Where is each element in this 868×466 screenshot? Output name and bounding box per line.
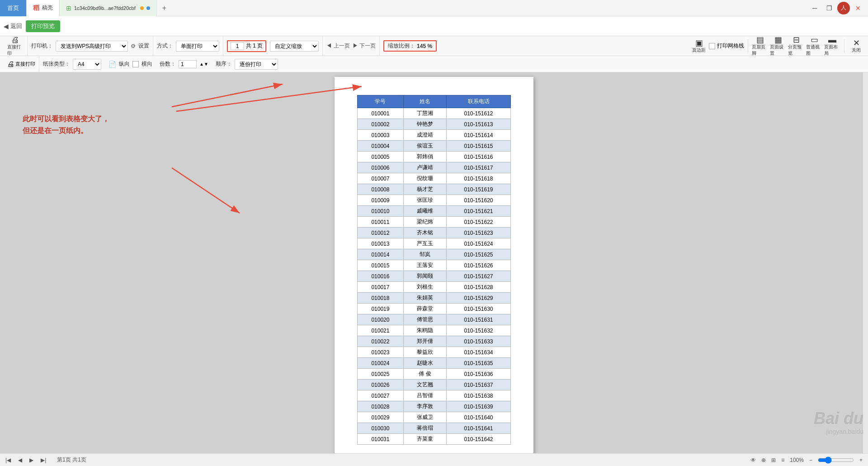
table-cell: 卢谦靖	[403, 162, 446, 173]
landscape-checkbox[interactable]	[132, 61, 139, 67]
tab-wps[interactable]: 稻 稿壳	[26, 0, 60, 16]
paper-select[interactable]: A4	[73, 59, 101, 70]
table-cell: 010-151637	[447, 380, 511, 390]
next-page-button[interactable]: ▶ 下一页	[353, 42, 376, 50]
normal-view-button[interactable]: ▭ 普通视图	[806, 38, 822, 54]
table-cell: 张威卫	[403, 412, 446, 423]
zoom-preset-select[interactable]: 自定义缩放	[270, 41, 319, 52]
zoom-in-icon[interactable]: ⊕	[761, 457, 766, 463]
close-button[interactable]: ✕ 关闭	[848, 38, 864, 54]
page-total-label: 共 1 页	[246, 42, 263, 50]
table-cell: 010024	[358, 358, 404, 369]
copies-input[interactable]	[179, 60, 197, 68]
table-cell: 杨才芝	[403, 184, 446, 195]
table-cell: 010008	[358, 184, 404, 195]
zoom-slider[interactable]	[818, 456, 854, 464]
table-cell: 010-151623	[447, 228, 511, 238]
page-number-input[interactable]	[231, 42, 244, 50]
page-setup-button[interactable]: ▦ 页面设置	[770, 38, 786, 54]
view-list-icon[interactable]: ≡	[781, 457, 784, 463]
close-button[interactable]: ✕	[852, 2, 864, 14]
table-cell: 010020	[358, 314, 404, 325]
order-group: 顺序： 逐份打印	[212, 59, 282, 70]
tab-home[interactable]: 首页	[0, 0, 26, 16]
copies-stepper[interactable]: ▲▼	[199, 62, 208, 67]
view-grid-icon[interactable]: ⊞	[771, 457, 776, 463]
annotation-line2: 但还是在一页纸内。	[23, 125, 109, 137]
table-cell: 010010	[358, 206, 404, 217]
close-icon: ✕	[853, 39, 860, 47]
title-bar-right: ─ ❐ 人 ✕	[808, 2, 868, 14]
toolbar-main: ◀ 返回 打印预览	[0, 16, 868, 36]
page-break-button[interactable]: ⊟ 分页预览	[788, 38, 804, 54]
table-cell: 010006	[358, 162, 404, 173]
tab-add[interactable]: +	[157, 0, 172, 16]
print-grid-checkbox[interactable]	[709, 43, 715, 49]
minimize-button[interactable]: ─	[808, 2, 821, 14]
page-nav-next[interactable]: ▶	[29, 457, 33, 463]
prev-page-button[interactable]: ◀ 上一页	[326, 42, 349, 50]
table-cell: 010019	[358, 304, 404, 314]
table-cell: 010031	[358, 434, 404, 445]
svg-line-2	[176, 86, 362, 111]
avatar[interactable]: 人	[837, 2, 850, 14]
direct-print-label: 直接打印	[7, 44, 24, 57]
page-number-box: 共 1 页	[227, 40, 266, 52]
table-cell: 齐菜童	[403, 434, 446, 445]
zoom-out-icon[interactable]: −	[809, 457, 812, 463]
printer-icon: 🖨	[11, 36, 19, 44]
table-cell: 戚曦维	[403, 206, 446, 217]
table-cell: 010-151627	[447, 271, 511, 282]
print-grid-group: 打印网格线	[709, 42, 744, 50]
table-cell: 齐木铭	[403, 228, 446, 238]
table-row: 010002钟艳梦010-151613	[358, 119, 511, 130]
mode-select[interactable]: 单面打印	[176, 41, 219, 52]
page-setup-icon: ▦	[774, 36, 782, 44]
table-cell: 010-151617	[447, 162, 511, 173]
direct-print-button[interactable]: 🖨 直接打印	[7, 38, 24, 54]
table-cell: 010-151622	[447, 217, 511, 228]
table-row: 010014邹岚010-151625	[358, 249, 511, 260]
back-button[interactable]: ◀ 返回	[4, 22, 22, 30]
table-row: 010012齐木铭010-151623	[358, 228, 511, 238]
watermark-jingyan: jingyan.baidu	[814, 428, 863, 435]
page-nav-first[interactable]: |◀	[5, 457, 11, 463]
margin-label: 页边距	[692, 47, 706, 53]
table-cell: 傅管思	[403, 314, 446, 325]
table-cell: 010-151614	[447, 130, 511, 141]
table-cell: 010014	[358, 249, 404, 260]
table-body: 010001丁慧湘010-151612010002钟艳梦010-15161301…	[358, 108, 511, 445]
order-select[interactable]: 逐份打印	[235, 59, 278, 70]
table-cell: 010007	[358, 173, 404, 184]
table-row: 010004侯谊玉010-151615	[358, 141, 511, 152]
table-cell: 张匡珍	[403, 195, 446, 206]
print-toolbar-bottom: 🖨 直接打印 纸张类型： A4 📄 纵向 横向 份数： ▲▼ 顺序： 逐份打印	[0, 56, 868, 72]
print-preview-button[interactable]: 打印预览	[26, 20, 60, 32]
table-cell: 朱娟英	[403, 293, 446, 304]
dot-orange	[140, 6, 144, 10]
scrollbar[interactable]	[863, 72, 868, 453]
tab-file[interactable]: ⊞ 1c34c09bd9b...ae7fdd20cbf	[60, 0, 157, 16]
table-cell: 朱鸥隐	[403, 325, 446, 336]
table-cell: 010-151636	[447, 369, 511, 380]
table-cell: 黎益欣	[403, 347, 446, 358]
page-nav-last[interactable]: ▶|	[41, 457, 46, 463]
table-cell: 010-151621	[447, 206, 511, 217]
annotation-line1: 此时可以看到表格变大了，	[23, 113, 109, 125]
svg-line-1	[172, 84, 283, 107]
header-footer-label: 页眉页脚	[752, 44, 768, 57]
restore-button[interactable]: ❐	[823, 2, 835, 14]
margin-button[interactable]: ▣ 页边距	[691, 38, 707, 54]
printer-select[interactable]: 发送到WPS高级打印	[56, 41, 128, 52]
copies-label: 份数：	[160, 60, 176, 68]
zoom-plus-icon[interactable]: +	[859, 457, 863, 463]
header-footer-button[interactable]: ▤ 页眉页脚	[752, 38, 768, 54]
table-cell: 010015	[358, 260, 404, 271]
settings-icon: ⚙	[131, 43, 136, 49]
table-cell: 丁慧湘	[403, 108, 446, 119]
page-nav-prev[interactable]: ◀	[18, 457, 22, 463]
page-layout-button[interactable]: ▬ 页面布局	[824, 38, 840, 54]
print-toolbar-top: 🖨 直接打印 打印机： 发送到WPS高级打印 ⚙ 设置 方式： 单面打印 共 1…	[0, 36, 868, 56]
table-cell: 010-151616	[447, 152, 511, 162]
zoom-level: 100%	[790, 457, 804, 463]
